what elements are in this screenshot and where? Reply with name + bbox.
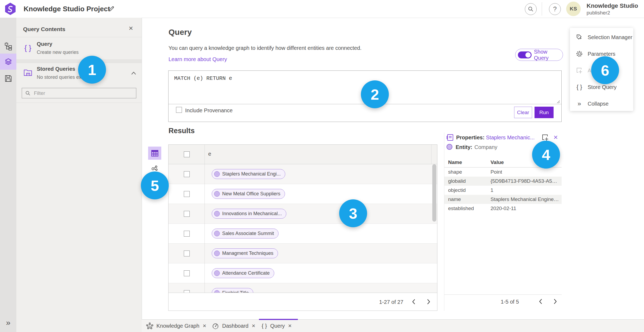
row-checkbox[interactable] xyxy=(184,171,190,177)
layers-icon xyxy=(4,58,12,66)
braces-icon: { } xyxy=(262,323,267,329)
braces-icon: { } xyxy=(576,84,583,91)
include-provenance-label: Include Provenance xyxy=(185,107,233,114)
rail-item-schema[interactable] xyxy=(0,38,16,54)
entity-chip[interactable]: Firebird Title xyxy=(212,288,253,293)
column-divider xyxy=(431,145,431,164)
app-logo-icon[interactable] xyxy=(4,2,16,15)
entity-dot-icon xyxy=(214,191,220,197)
help-icon: ? xyxy=(553,5,557,13)
entity-value: Company xyxy=(474,144,497,150)
properties-entity-link[interactable]: Staplers Mechanic... xyxy=(486,135,535,141)
table-row[interactable]: Managment Techniques xyxy=(169,244,437,263)
tab-close-icon[interactable]: ✕ xyxy=(252,323,255,329)
properties-prev-page-icon[interactable] xyxy=(538,298,544,305)
select-all-checkbox[interactable] xyxy=(184,151,190,157)
panel-title: Query Contents xyxy=(23,26,65,32)
show-query-toggle[interactable]: Show Query xyxy=(515,49,563,61)
entity-dot-icon xyxy=(214,251,220,256)
include-provenance-checkbox[interactable] xyxy=(176,107,182,113)
search-button[interactable] xyxy=(525,3,537,15)
chevron-up-icon[interactable] xyxy=(131,71,137,75)
row-checkbox[interactable] xyxy=(184,290,190,293)
entity-chip[interactable]: Staplers Mechanical Engi... xyxy=(212,169,285,179)
tab-close-icon[interactable]: ✕ xyxy=(203,323,206,329)
filter-field[interactable] xyxy=(22,88,136,98)
property-row: established 2020-02-11 xyxy=(444,204,562,213)
results-next-page-icon[interactable] xyxy=(426,298,431,305)
table-row[interactable]: Innovations in Mechanical... xyxy=(169,204,437,224)
knowledge-graph-icon xyxy=(146,322,153,329)
table-row[interactable]: Attendance Certificate xyxy=(169,263,437,283)
resize-handle[interactable] xyxy=(556,100,560,103)
rail-expand-button[interactable]: » xyxy=(0,315,16,331)
add-to-new-icon[interactable] xyxy=(541,134,549,141)
entity-chip[interactable]: Attendance Certificate xyxy=(212,268,274,278)
entity-dot-icon xyxy=(214,211,220,217)
column-divider xyxy=(204,145,205,164)
entity-chip[interactable]: Managment Techniques xyxy=(212,248,278,258)
table-row[interactable]: Staplers Mechanical Engi... xyxy=(169,164,437,184)
properties-next-page-icon[interactable] xyxy=(552,298,558,305)
properties-label: Properties: xyxy=(456,135,485,141)
entity-chip[interactable]: Sales Associate Summit xyxy=(212,229,279,238)
column-header-e[interactable]: e xyxy=(208,151,211,157)
bottom-tab-bar: Knowledge Graph ✕ Dashboard ✕ { } Query … xyxy=(142,319,644,332)
row-checkbox[interactable] xyxy=(184,251,190,256)
panel-close-icon[interactable]: ✕ xyxy=(129,25,133,32)
collapse-icon: » xyxy=(576,100,583,107)
learn-more-link[interactable]: Learn more about Query xyxy=(169,56,227,62)
toggle-switch-on[interactable] xyxy=(518,51,532,58)
rail-item-contents[interactable] xyxy=(0,54,16,70)
avatar[interactable]: KS xyxy=(566,2,581,16)
add-icon xyxy=(576,67,583,74)
sidebar-item-query[interactable]: { } Query Create new queries xyxy=(16,37,142,59)
results-table-header: e xyxy=(169,145,437,164)
query-code-input[interactable]: MATCH (e) RETURN e xyxy=(174,75,232,81)
results-scrollbar[interactable] xyxy=(432,164,436,222)
annotation-badge-3: 3 xyxy=(339,199,367,227)
menu-item-selection-manager[interactable]: Selection Manager xyxy=(570,29,633,46)
query-heading: Query xyxy=(169,28,192,37)
tab-close-icon[interactable]: ✕ xyxy=(288,323,292,329)
annotation-badge-4: 4 xyxy=(532,141,560,169)
header-divider xyxy=(542,2,542,16)
help-button[interactable]: ? xyxy=(549,3,561,15)
table-view-button[interactable] xyxy=(148,147,161,160)
filter-input[interactable] xyxy=(33,90,133,96)
braces-icon: { } xyxy=(24,44,31,52)
row-checkbox[interactable] xyxy=(184,270,190,276)
property-row: name Staplers Mechanical Engineering xyxy=(444,195,562,204)
entity-type-dot-icon xyxy=(447,144,452,150)
annotation-badge-1: 1 xyxy=(78,56,106,84)
user-role: publisher2 xyxy=(587,10,638,16)
entity-chip[interactable]: Innovations in Mechanical... xyxy=(212,209,286,219)
tab-knowledge-graph[interactable]: Knowledge Graph ✕ xyxy=(146,320,206,332)
table-icon xyxy=(151,150,159,157)
clear-button[interactable]: Clear xyxy=(514,107,532,118)
entity-label: Entity: xyxy=(456,144,472,150)
tab-query[interactable]: { } Query ✕ xyxy=(262,320,292,332)
divider xyxy=(16,103,142,103)
search-icon xyxy=(528,6,534,12)
properties-close-icon[interactable]: ✕ xyxy=(553,134,558,141)
annotation-badge-2: 2 xyxy=(361,80,389,108)
toggle-knob xyxy=(525,52,531,58)
results-heading: Results xyxy=(169,127,195,135)
selection-manager-icon xyxy=(576,34,583,41)
property-row: shape Point xyxy=(444,167,562,177)
table-row[interactable]: Sales Associate Summit xyxy=(169,224,437,244)
rail-item-save[interactable] xyxy=(0,70,16,87)
row-checkbox[interactable] xyxy=(184,211,190,217)
row-checkbox[interactable] xyxy=(184,191,190,197)
menu-item-collapse[interactable]: » Collapse xyxy=(570,95,633,112)
edit-title-icon[interactable] xyxy=(108,5,115,12)
entity-chip[interactable]: New Metal Office Suppliers xyxy=(212,189,285,199)
run-button[interactable]: Run xyxy=(535,107,554,118)
table-row[interactable]: Firebird Title xyxy=(169,283,437,293)
table-row[interactable]: New Metal Office Suppliers xyxy=(169,184,437,204)
knowledge-studio-app: Knowledge Studio Project ? KS Knowledge … xyxy=(0,0,644,332)
tab-dashboard[interactable]: Dashboard ✕ xyxy=(212,320,255,332)
results-prev-page-icon[interactable] xyxy=(411,298,417,305)
row-checkbox[interactable] xyxy=(184,231,190,237)
